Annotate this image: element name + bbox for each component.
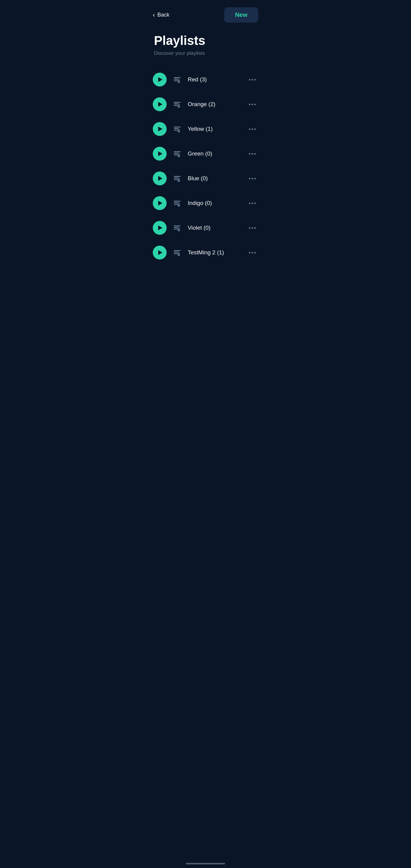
play-button[interactable] xyxy=(153,73,167,87)
back-arrow-icon: ‹ xyxy=(153,11,155,19)
more-options-button[interactable] xyxy=(247,76,258,83)
music-note-icon xyxy=(171,123,183,135)
play-button[interactable] xyxy=(153,122,167,136)
dots-icon xyxy=(249,252,256,253)
play-button[interactable] xyxy=(153,97,167,111)
music-note-icon xyxy=(171,247,183,258)
more-options-button[interactable] xyxy=(247,101,258,107)
music-note-icon xyxy=(171,148,183,159)
playlist-name: Orange (2) xyxy=(188,101,242,107)
list-item: Violet (0) xyxy=(147,216,264,240)
dots-icon xyxy=(249,178,256,179)
list-item: Green (0) xyxy=(147,141,264,166)
page-title-section: Playlists Discover your playlists xyxy=(147,27,264,65)
playlist-name: Indigo (0) xyxy=(188,200,242,207)
play-button[interactable] xyxy=(153,246,167,259)
play-button[interactable] xyxy=(153,147,167,161)
music-note-icon xyxy=(171,98,183,110)
music-note-icon xyxy=(171,74,183,85)
music-note-icon xyxy=(171,222,183,234)
play-button[interactable] xyxy=(153,172,167,185)
playlist-name: Red (3) xyxy=(188,76,242,83)
playlist-list: Red (3) Orange (2) xyxy=(147,65,264,267)
page-title: Playlists xyxy=(154,33,257,48)
list-item: Yellow (1) xyxy=(147,117,264,141)
more-options-button[interactable] xyxy=(247,225,258,231)
dots-icon xyxy=(249,227,256,229)
play-icon xyxy=(158,77,162,82)
dots-icon xyxy=(249,203,256,204)
dots-icon xyxy=(249,79,256,81)
playlist-name: Violet (0) xyxy=(188,224,242,231)
more-options-button[interactable] xyxy=(247,126,258,132)
dots-icon xyxy=(249,153,256,155)
more-options-button[interactable] xyxy=(247,250,258,256)
more-options-button[interactable] xyxy=(247,200,258,207)
play-icon xyxy=(158,102,162,107)
playlist-name: Green (0) xyxy=(188,150,242,157)
new-button[interactable]: New xyxy=(224,7,258,23)
more-options-button[interactable] xyxy=(247,176,258,182)
dots-icon xyxy=(249,104,256,105)
list-item: Indigo (0) xyxy=(147,191,264,216)
back-label: Back xyxy=(157,12,169,18)
playlist-name: Blue (0) xyxy=(188,175,242,182)
list-item: Orange (2) xyxy=(147,92,264,117)
play-button[interactable] xyxy=(153,221,167,235)
list-item: Red (3) xyxy=(147,67,264,92)
bottom-bar xyxy=(186,863,225,864)
play-icon xyxy=(158,201,162,206)
play-icon xyxy=(158,225,162,230)
dots-icon xyxy=(249,128,256,130)
playlist-name: TestMing 2 (1) xyxy=(188,249,242,256)
play-icon xyxy=(158,250,162,255)
music-note-icon xyxy=(171,197,183,209)
play-button[interactable] xyxy=(153,196,167,210)
list-item: TestMing 2 (1) xyxy=(147,240,264,265)
more-options-button[interactable] xyxy=(247,151,258,157)
music-note-icon xyxy=(171,173,183,184)
list-item: Blue (0) xyxy=(147,166,264,191)
play-icon xyxy=(158,151,162,156)
page-subtitle: Discover your playlists xyxy=(154,50,257,56)
play-icon xyxy=(158,176,162,181)
back-button[interactable]: ‹ Back xyxy=(153,11,169,19)
header: ‹ Back New xyxy=(147,2,264,27)
playlist-name: Yellow (1) xyxy=(188,126,242,132)
play-icon xyxy=(158,127,162,131)
